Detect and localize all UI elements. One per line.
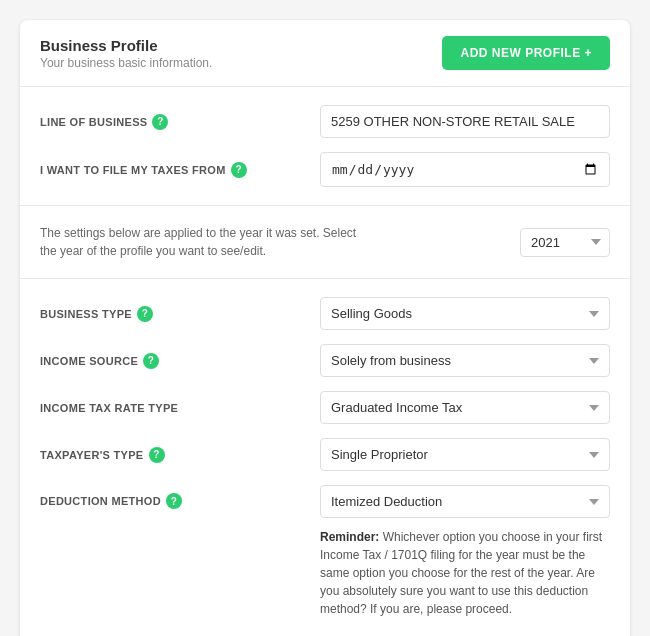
line-of-business-help-icon[interactable]: ?: [152, 114, 168, 130]
taxpayer-help-icon[interactable]: ?: [149, 447, 165, 463]
business-profile-card: Business Profile Your business basic inf…: [20, 20, 630, 636]
file-taxes-help-icon[interactable]: ?: [231, 162, 247, 178]
settings-section: BUSINESS TYPE ? Selling Goods Services M…: [20, 279, 630, 636]
taxpayer-type-label: TAXPAYER'S TYPE ?: [40, 447, 320, 463]
taxpayer-type-row: TAXPAYER'S TYPE ? Single Proprietor Corp…: [40, 438, 610, 471]
business-type-help-icon[interactable]: ?: [137, 306, 153, 322]
deduction-method-label: DEDUCTION METHOD ?: [40, 485, 320, 509]
income-source-help-icon[interactable]: ?: [143, 353, 159, 369]
file-taxes-date-input[interactable]: [320, 152, 610, 187]
business-type-select[interactable]: Selling Goods Services Mixed: [320, 297, 610, 330]
year-select[interactable]: 2019 2020 2021 2022: [520, 228, 610, 257]
income-source-select[interactable]: Solely from business Mixed income: [320, 344, 610, 377]
line-of-business-row: LINE OF BUSINESS ?: [40, 105, 610, 138]
deduction-method-row: DEDUCTION METHOD ? Itemized Deduction Op…: [40, 485, 610, 618]
deduction-help-icon[interactable]: ?: [166, 493, 182, 509]
file-taxes-label: I WANT TO FILE MY TAXES FROM ?: [40, 162, 320, 178]
page-title: Business Profile: [40, 37, 212, 54]
line-of-business-label: LINE OF BUSINESS ?: [40, 114, 320, 130]
deduction-method-container: Itemized Deduction Optional Standard Ded…: [320, 485, 610, 618]
deduction-method-select[interactable]: Itemized Deduction Optional Standard Ded…: [320, 485, 610, 518]
reminder-box: Reminder: Whichever option you choose in…: [320, 528, 610, 618]
income-tax-rate-row: INCOME TAX RATE TYPE Graduated Income Ta…: [40, 391, 610, 424]
page-subtitle: Your business basic information.: [40, 56, 212, 70]
header-text: Business Profile Your business basic inf…: [40, 37, 212, 70]
card-header: Business Profile Your business basic inf…: [20, 20, 630, 87]
reminder-title: Reminder:: [320, 530, 379, 544]
basic-info-section: LINE OF BUSINESS ? I WANT TO FILE MY TAX…: [20, 87, 630, 206]
business-type-label: BUSINESS TYPE ?: [40, 306, 320, 322]
file-taxes-row: I WANT TO FILE MY TAXES FROM ?: [40, 152, 610, 187]
add-new-profile-button[interactable]: ADD NEW PROFILE +: [442, 36, 610, 70]
business-type-row: BUSINESS TYPE ? Selling Goods Services M…: [40, 297, 610, 330]
income-tax-rate-select[interactable]: Graduated Income Tax 8% Flat Rate: [320, 391, 610, 424]
line-of-business-input[interactable]: [320, 105, 610, 138]
income-source-label: INCOME SOURCE ?: [40, 353, 320, 369]
income-source-row: INCOME SOURCE ? Solely from business Mix…: [40, 344, 610, 377]
taxpayer-type-select[interactable]: Single Proprietor Corporation Partnershi…: [320, 438, 610, 471]
year-section: The settings below are applied to the ye…: [20, 206, 630, 279]
income-tax-rate-label: INCOME TAX RATE TYPE: [40, 402, 320, 414]
year-info-text: The settings below are applied to the ye…: [40, 224, 370, 260]
year-row: The settings below are applied to the ye…: [40, 224, 610, 260]
